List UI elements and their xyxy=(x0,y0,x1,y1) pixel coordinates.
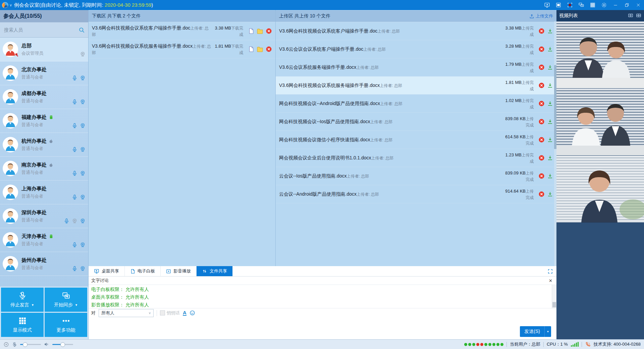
download-file-row[interactable]: V3.6网会科技视频会议系统客户端操作手册.doc上传者: 总部 3.38 MB… xyxy=(89,22,275,40)
multi-screen-icon[interactable] xyxy=(576,0,587,10)
webcam-icon[interactable] xyxy=(80,99,86,105)
video-thumbnail-3[interactable] xyxy=(556,156,644,223)
delete-file-icon[interactable] xyxy=(538,173,545,179)
microphone-icon[interactable] xyxy=(72,99,77,105)
delete-file-icon[interactable] xyxy=(538,82,545,89)
participant-row[interactable]: 上海办事处 普通与会者 xyxy=(0,181,88,204)
download-file-icon[interactable] xyxy=(547,137,553,143)
send-button[interactable]: 发送(S) ▼ xyxy=(520,326,551,337)
stop-speaking-button[interactable]: 停止发言▼ xyxy=(1,288,44,312)
open-folder-icon[interactable] xyxy=(257,28,263,35)
mic-muted-icon[interactable] xyxy=(12,342,17,347)
open-folder-icon[interactable] xyxy=(257,46,263,53)
microphone-icon[interactable] xyxy=(72,194,77,200)
upload-file-row[interactable]: 网会科技视频会议--Ios版产品使用指南.docx上传者: 总部 839.08 … xyxy=(276,113,556,131)
window-mode-icon[interactable] xyxy=(553,0,564,10)
webcam-off-icon[interactable] xyxy=(72,218,77,224)
delete-file-icon[interactable] xyxy=(538,155,545,161)
download-file-icon[interactable] xyxy=(547,155,553,161)
minimize-icon[interactable] xyxy=(610,0,621,10)
video-mode-icon[interactable] xyxy=(628,13,634,18)
upload-file-row[interactable]: V3.6云会议系统服务端操作手册.docx上传者: 总部 1.79 MB上传完成 xyxy=(276,58,556,77)
upload-file-row[interactable]: 云会议--Android版产品使用指南.docx上传者: 总部 914.64 K… xyxy=(276,185,556,203)
maximize-icon[interactable] xyxy=(621,0,633,10)
download-file-icon[interactable] xyxy=(547,173,553,179)
recipient-select[interactable]: 所有人∨ xyxy=(99,309,154,317)
video-thumbnail-2[interactable] xyxy=(556,89,644,156)
upload-file-button[interactable]: 上传文件 xyxy=(529,13,553,19)
delete-file-icon[interactable] xyxy=(538,191,545,197)
download-file-icon[interactable] xyxy=(547,46,553,52)
microphone-icon[interactable] xyxy=(72,147,77,152)
display-mode-button[interactable]: 显示模式 xyxy=(1,313,44,337)
video-thumbnail-1[interactable] xyxy=(556,21,644,89)
audio-settings-icon[interactable] xyxy=(3,342,9,347)
titlebar-menu-caret-icon[interactable]: ∨ xyxy=(9,3,12,7)
upload-file-row[interactable]: V3.6网会科技视频会议系统客户端操作手册.doc上传者: 总部 3.38 MB… xyxy=(276,22,556,40)
webcam-icon[interactable] xyxy=(80,242,86,248)
tab-file-share[interactable]: 文件共享 xyxy=(197,266,233,276)
chat-scrollbar[interactable] xyxy=(552,285,556,308)
microphone-icon[interactable] xyxy=(64,218,69,224)
upload-file-row[interactable]: V3.6网会科技视频会议系统服务端操作手册.docx上传者: 总部 1.81 M… xyxy=(276,77,556,95)
tab-media-play[interactable]: 影音播放 xyxy=(161,266,197,276)
download-file-icon[interactable] xyxy=(547,83,553,89)
webcam-off-icon[interactable] xyxy=(80,51,86,57)
microphone-icon[interactable] xyxy=(72,242,77,248)
tab-desktop-share[interactable]: 桌面共享 xyxy=(89,266,125,276)
upload-file-row[interactable]: V3.6云会议会议系统客户端操作手册.doc上传者: 总部 3.28 MB上传完… xyxy=(276,40,556,58)
delete-file-icon[interactable] xyxy=(538,28,545,34)
upload-scrollbar[interactable] xyxy=(554,21,556,266)
webcam-icon[interactable] xyxy=(80,266,86,271)
close-icon[interactable] xyxy=(633,0,644,10)
more-functions-button[interactable]: 更多功能 xyxy=(45,313,87,337)
delete-file-icon[interactable] xyxy=(266,28,272,34)
webcam-icon[interactable] xyxy=(80,123,86,129)
grid-icon[interactable] xyxy=(587,0,598,10)
tab-whiteboard[interactable]: 电子白板 xyxy=(125,266,161,276)
microphone-icon[interactable] xyxy=(72,266,77,271)
participant-row[interactable]: 天津办事处 普通与会者 xyxy=(0,228,88,252)
video-wall-icon[interactable] xyxy=(636,13,642,18)
expand-icon[interactable] xyxy=(547,268,553,274)
emoji-icon[interactable] xyxy=(190,310,195,316)
webcam-icon[interactable] xyxy=(80,147,86,152)
delete-file-icon[interactable] xyxy=(266,46,272,52)
download-file-row[interactable]: V3.6网会科技视频会议系统服务端操作手册.docx上传者: 总部 1.81 M… xyxy=(89,40,275,58)
webcam-icon[interactable] xyxy=(80,218,86,224)
upload-file-row[interactable]: 云会议--Ios版产品使用指南.docx上传者: 总部 839.09 KB上传完… xyxy=(276,167,556,185)
download-file-icon[interactable] xyxy=(547,28,553,34)
microphone-icon[interactable] xyxy=(72,170,77,176)
mic-volume-slider[interactable] xyxy=(20,344,41,345)
download-file-icon[interactable] xyxy=(547,101,553,107)
participant-row[interactable]: 扬州办事处 普通与会者 xyxy=(0,252,88,276)
search-input[interactable] xyxy=(3,27,78,33)
screen-share-icon[interactable] xyxy=(541,0,553,10)
webcam-icon[interactable] xyxy=(80,194,86,200)
participant-row[interactable]: 北京办事处 普通与会者 xyxy=(0,61,88,85)
delete-file-icon[interactable] xyxy=(538,64,545,70)
delete-file-icon[interactable] xyxy=(538,46,545,52)
participant-row[interactable]: 深圳办事处 普通与会者 xyxy=(0,204,88,228)
open-file-icon[interactable] xyxy=(248,28,254,34)
delete-file-icon[interactable] xyxy=(538,100,545,107)
settings-icon[interactable] xyxy=(598,0,610,10)
microphone-icon[interactable] xyxy=(72,123,77,129)
speaker-volume-slider[interactable] xyxy=(52,344,73,345)
whisper-checkbox[interactable] xyxy=(160,310,165,315)
participant-row[interactable]: 杭州办事处 普通与会者 xyxy=(0,133,88,157)
scrollbar-thumb[interactable] xyxy=(552,302,556,307)
participant-row[interactable]: 福建办事处 普通与会者 xyxy=(0,109,88,133)
search-icon[interactable] xyxy=(78,27,85,33)
upload-file-row[interactable]: 网会科技视频会议微信小程序快速指南.docx上传者: 总部 614.58 KB上… xyxy=(276,131,556,149)
scrollbar-thumb[interactable] xyxy=(554,65,556,149)
delete-file-icon[interactable] xyxy=(538,118,545,125)
delete-file-icon[interactable] xyxy=(538,137,545,143)
webcam-icon[interactable] xyxy=(80,170,86,176)
download-file-icon[interactable] xyxy=(547,64,553,70)
download-file-icon[interactable] xyxy=(547,119,553,125)
start-sync-button[interactable]: 开始同步▼ xyxy=(45,288,87,312)
record-icon[interactable] xyxy=(564,0,576,10)
participant-row[interactable]: 总部 会议管理员 xyxy=(0,38,88,61)
send-options-caret[interactable]: ▼ xyxy=(544,326,551,337)
